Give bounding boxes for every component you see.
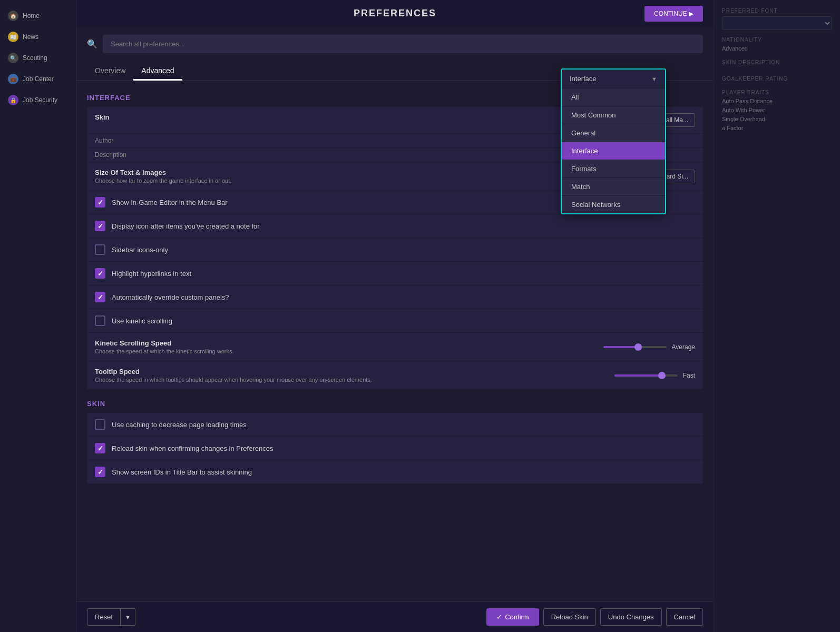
tooltip-speed-thumb[interactable]	[658, 372, 666, 379]
tooltip-speed-title: Tooltip Speed	[95, 368, 609, 376]
checkbox-show-screen-ids-box[interactable]	[95, 467, 105, 477]
dropdown-item-social-networks[interactable]: Social Networks	[562, 196, 665, 213]
undo-changes-button[interactable]: Undo Changes	[600, 608, 662, 626]
checkbox-reload-skin-label: Reload skin when confirming changes in P…	[112, 445, 273, 452]
trait-3: Single Overhead	[722, 116, 832, 122]
checkbox-override-panels-box[interactable]	[95, 292, 105, 302]
kinetic-speed-thumb[interactable]	[634, 343, 642, 351]
checkbox-display-icon-label: Display icon after items you've created …	[112, 222, 260, 230]
confirm-button[interactable]: ✓ Confirm	[486, 608, 539, 626]
checkbox-show-screen-ids-label: Show screen IDs in Title Bar to assist s…	[112, 468, 252, 476]
dropdown-item-most-common[interactable]: Most Common	[562, 106, 665, 124]
kinetic-speed-row: Kinetic Scrolling Speed Choose the speed…	[87, 333, 703, 361]
kinetic-speed-track	[603, 346, 667, 348]
preferred-font-select[interactable]	[722, 16, 832, 30]
tooltip-speed-row: Tooltip Speed Choose the speed in which …	[87, 361, 703, 389]
tab-overview[interactable]: Overview	[87, 61, 133, 80]
author-label: Author	[95, 137, 132, 144]
search-input[interactable]	[103, 35, 703, 53]
scouting-icon: 🔍	[8, 53, 18, 63]
trait-2: Auto With Power	[722, 107, 832, 113]
checkbox-highlight-links[interactable]: Highlight hyperlinks in text	[87, 262, 703, 285]
tooltip-speed-desc: Choose the speed in which tooltips shoul…	[95, 377, 609, 383]
dropdown-item-interface[interactable]: Interface	[562, 142, 665, 160]
checkbox-display-icon-box[interactable]	[95, 221, 105, 231]
sidebar: 🏠 Home 📰 News 🔍 Scouting 💼 Job Center 🔒 …	[0, 0, 76, 632]
checkbox-use-caching-box[interactable]	[95, 419, 105, 430]
checkbox-kinetic-scroll-label: Use kinetic scrolling	[112, 317, 172, 325]
preferred-font-label: PREFERRED FONT	[722, 8, 832, 14]
checkbox-highlight-links-label: Highlight hyperlinks in text	[112, 270, 191, 278]
dropdown-item-all[interactable]: All	[562, 88, 665, 106]
checkbox-override-panels[interactable]: Automatically override custom panels?	[87, 285, 703, 309]
checkbox-use-caching[interactable]: Use caching to decrease page loading tim…	[87, 413, 703, 437]
checkbox-ingame-editor-box[interactable]	[95, 197, 105, 208]
dropdown-item-match[interactable]: Match	[562, 178, 665, 196]
bottom-bar: Reset ▼ ✓ Confirm Reload Skin Undo Chang…	[76, 601, 714, 632]
sidebar-item-scouting-label: Scouting	[23, 54, 47, 62]
skin-section-header: SKIN	[87, 400, 703, 408]
checkbox-display-icon[interactable]: Display icon after items you've created …	[87, 214, 703, 238]
dropdown-header[interactable]: Interface ▼	[562, 70, 665, 88]
job-center-icon: 💼	[8, 74, 18, 84]
checkbox-kinetic-scroll-box[interactable]	[95, 315, 105, 326]
right-panel-traits: PLAYER TRAITS Auto Pass Distance Auto Wi…	[722, 90, 832, 131]
dropdown-item-formats[interactable]: Formats	[562, 160, 665, 178]
trait-4: a Factor	[722, 125, 832, 131]
nationality-label: NATIONALITY	[722, 37, 832, 43]
tooltip-speed-fill	[614, 374, 662, 377]
tooltip-speed-slider[interactable]: Fast	[614, 372, 695, 379]
checkbox-reload-skin-box[interactable]	[95, 443, 105, 453]
checkbox-sidebar-icons[interactable]: Sidebar icons-only	[87, 238, 703, 262]
size-text-desc: Choose how far to zoom the game interfac…	[95, 177, 638, 184]
player-traits-label: PLAYER TRAITS	[722, 90, 832, 95]
home-icon: 🏠	[8, 11, 18, 21]
search-container: 🔍	[76, 27, 714, 61]
reset-button[interactable]: Reset	[87, 608, 121, 626]
cancel-button[interactable]: Cancel	[666, 608, 703, 626]
kinetic-speed-value: Average	[672, 343, 695, 351]
continue-button[interactable]: CONTINUE ▶	[644, 6, 703, 22]
sidebar-item-scouting[interactable]: 🔍 Scouting	[0, 47, 76, 68]
reset-dropdown-button[interactable]: ▼	[121, 608, 135, 626]
right-panel-skin-desc: SKIN DESCRIPTION	[722, 60, 832, 68]
sidebar-item-news-label: News	[23, 33, 38, 41]
checkbox-ingame-editor-label: Show In-Game Editor in the Menu Bar	[112, 199, 228, 206]
security-icon: 🔒	[8, 95, 18, 105]
skin-settings: Use caching to decrease page loading tim…	[87, 413, 703, 483]
bottom-left: Reset ▼	[87, 608, 135, 626]
kinetic-speed-desc: Choose the speed at which the kinetic sc…	[95, 348, 598, 354]
checkbox-sidebar-icons-box[interactable]	[95, 244, 105, 255]
confirm-label: Confirm	[505, 613, 529, 621]
sidebar-item-news[interactable]: 📰 News	[0, 26, 76, 47]
dropdown-arrow-icon: ▼	[651, 76, 657, 82]
checkbox-highlight-links-box[interactable]	[95, 268, 105, 279]
news-icon: 📰	[8, 32, 18, 42]
dropdown-selected-label: Interface	[570, 75, 597, 83]
tooltip-speed-track	[614, 374, 678, 377]
sidebar-item-security[interactable]: 🔒 Job Security	[0, 90, 76, 111]
right-panel: PREFERRED FONT NATIONALITY Advanced SKIN…	[714, 0, 840, 632]
checkbox-show-screen-ids[interactable]: Show screen IDs in Title Bar to assist s…	[87, 460, 703, 483]
description-label: Description	[95, 151, 132, 159]
main-container: PREFERENCES CONTINUE ▶ 🔍 Overview Advanc…	[76, 0, 714, 632]
checkbox-use-caching-label: Use caching to decrease page loading tim…	[112, 421, 247, 429]
dropdown-item-general[interactable]: General	[562, 124, 665, 142]
search-icon: 🔍	[87, 39, 97, 49]
tab-advanced[interactable]: Advanced	[133, 61, 182, 80]
checkbox-reload-skin[interactable]: Reload skin when confirming changes in P…	[87, 437, 703, 460]
kinetic-speed-slider[interactable]: Average	[603, 343, 695, 351]
page-title: PREFERENCES	[354, 8, 436, 19]
checkbox-kinetic-scroll[interactable]: Use kinetic scrolling	[87, 309, 703, 333]
skin-title: Skin	[95, 113, 638, 121]
sidebar-item-home-label: Home	[23, 12, 40, 19]
sidebar-item-home[interactable]: 🏠 Home	[0, 5, 76, 26]
skin-description-label: SKIN DESCRIPTION	[722, 60, 832, 65]
kinetic-speed-fill	[603, 346, 638, 348]
size-text-title: Size Of Text & Images	[95, 169, 638, 176]
sidebar-item-job-center[interactable]: 💼 Job Center	[0, 68, 76, 90]
filter-dropdown[interactable]: Interface ▼ All Most Common General Inte…	[561, 68, 666, 214]
reload-skin-button[interactable]: Reload Skin	[543, 608, 596, 626]
kinetic-speed-title: Kinetic Scrolling Speed	[95, 339, 598, 347]
confirm-check-icon: ✓	[496, 613, 502, 621]
